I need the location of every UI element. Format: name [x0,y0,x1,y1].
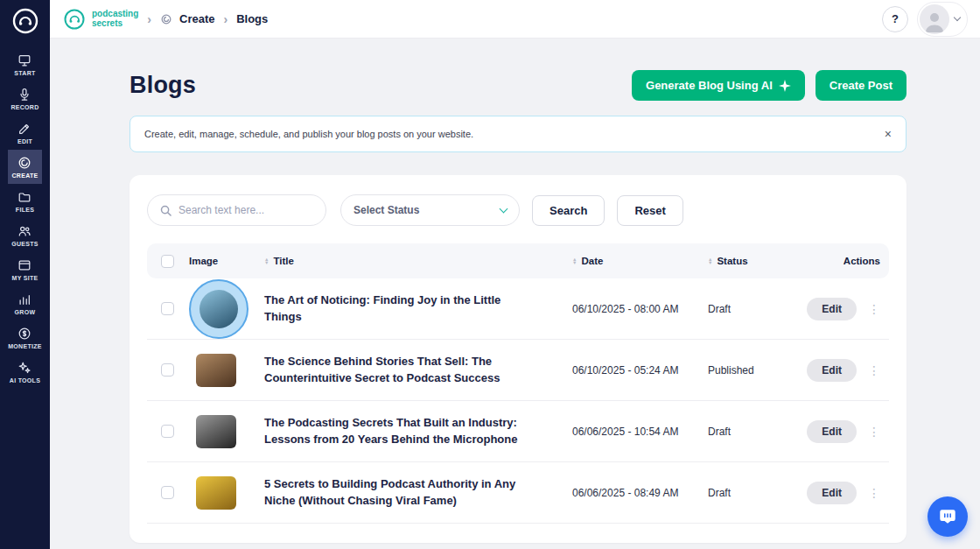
edit-button[interactable]: Edit [807,420,857,443]
row-checkbox[interactable] [161,486,174,499]
sidebar-item-edit[interactable]: EDIT [8,116,42,150]
guests-icon [18,224,32,238]
thumbnail-studio-yellow[interactable] [196,476,236,510]
app-window: START RECORD EDIT CREATE FILES GUESTS MY… [0,0,980,549]
sidebar-item-create[interactable]: CREATE [8,150,42,184]
brand-logo[interactable]: podcasting secrets [62,7,138,32]
breadcrumb-blogs[interactable]: Blogs [236,12,268,25]
sidebar-item-my-site[interactable]: MY SITE [8,252,42,286]
main-content: Blogs Generate Blog Using AI Create Post… [50,39,980,549]
column-date: ▲▼Date [569,256,704,266]
table-row: The Science Behind Stories That Sell: Th… [147,340,889,401]
monetize-icon [18,327,32,341]
generate-blog-ai-button[interactable]: Generate Blog Using AI [632,70,805,101]
thumbnail-microphone-dark[interactable] [196,415,236,448]
row-checkbox[interactable] [161,363,174,377]
kebab-menu-icon[interactable]: ⋮ [868,425,880,439]
sidebar-item-start[interactable]: START [8,47,42,81]
search-field[interactable] [147,194,326,226]
column-status: ▲▼Status [704,256,805,266]
reset-button[interactable]: Reset [617,195,682,226]
mic-icon [18,88,32,102]
sidebar-nav: START RECORD EDIT CREATE FILES GUESTS MY… [8,47,42,389]
blog-title: The Science Behind Stories That Sell: Th… [264,354,565,387]
search-icon [160,205,172,216]
breadcrumb-separator: › [147,12,151,26]
sidebar: START RECORD EDIT CREATE FILES GUESTS MY… [0,0,50,549]
breadcrumb-separator: › [223,12,228,26]
sidebar-item-monetize[interactable]: MONETIZE [8,320,42,355]
column-title: ▲▼Title [261,256,569,266]
chevron-down-icon [954,14,961,21]
blog-title: The Art of Noticing: Finding Joy in the … [264,292,565,326]
blog-title: 5 Secrets to Building Podcast Authority … [264,476,565,510]
chat-widget-button[interactable] [928,496,968,537]
select-all-checkbox[interactable] [161,255,174,268]
sort-icon[interactable]: ▲▼ [708,257,712,265]
sidebar-item-ai-tools[interactable]: AI TOOLS [8,355,42,389]
row-checkbox[interactable] [161,425,174,438]
blog-date: 06/06/2025 - 10:54 AM [572,426,678,438]
top-bar: podcasting secrets › Create › Blogs ? [50,0,980,39]
kebab-menu-icon[interactable]: ⋮ [868,363,880,377]
search-input[interactable] [178,204,313,216]
help-button[interactable]: ? [882,6,908,32]
edit-button[interactable]: Edit [807,298,857,320]
edit-button[interactable]: Edit [807,482,857,504]
column-actions: Actions [805,256,889,266]
sparkle-icon [779,80,791,92]
blog-status: Draft [708,487,731,499]
sidebar-item-record[interactable]: RECORD [8,81,42,116]
table-row: The Podcasting Secrets That Built an Ind… [147,401,889,462]
kebab-menu-icon[interactable]: ⋮ [868,302,880,316]
create-breadcrumb-icon [160,13,172,25]
sort-icon[interactable]: ▲▼ [572,257,577,265]
blog-status: Draft [708,426,731,438]
user-menu[interactable] [917,2,968,37]
sidebar-item-guests[interactable]: GUESTS [8,218,42,252]
blog-date: 06/06/2025 - 08:49 AM [572,487,678,499]
thumbnail-ocean-cliff[interactable] [200,290,238,328]
ai-tools-icon [18,361,32,375]
blogs-card: Select Status Search Reset Image ▲▼Title… [130,175,906,543]
blog-date: 06/10/2025 - 08:00 AM [572,303,678,315]
blogs-table: Image ▲▼Title ▲▼Date ▲▼Status Actions Th… [147,243,889,524]
blog-status: Draft [708,303,731,315]
sidebar-item-grow[interactable]: GROW [8,286,42,320]
kebab-menu-icon[interactable]: ⋮ [868,486,880,500]
info-banner: Create, edit, manage, schedule, and publ… [130,116,906,152]
blog-status: Published [708,364,754,377]
sort-icon[interactable]: ▲▼ [264,257,269,265]
blog-title: The Podcasting Secrets That Built an Ind… [264,415,565,448]
edit-icon [18,122,32,136]
create-icon [18,156,32,170]
brand-line1: podcasting [92,10,138,19]
edit-button[interactable]: Edit [807,359,857,382]
table-row: 5 Secrets to Building Podcast Authority … [147,462,889,524]
avatar [920,4,949,34]
brand-line2: secrets [92,19,138,29]
files-icon [18,190,32,204]
banner-close-icon[interactable]: × [885,128,892,140]
table-body: The Art of Noticing: Finding Joy in the … [147,278,889,524]
column-image: Image [186,256,261,266]
monitor-icon [18,53,32,67]
app-logo-icon[interactable] [10,5,41,40]
chevron-down-icon [500,205,508,214]
page-title: Blogs [130,72,196,99]
table-row: The Art of Noticing: Finding Joy in the … [147,278,889,340]
breadcrumb-create[interactable]: Create [179,12,214,25]
create-post-button[interactable]: Create Post [816,70,906,101]
sidebar-item-files[interactable]: FILES [8,184,42,218]
table-header-row: Image ▲▼Title ▲▼Date ▲▼Status Actions [147,243,889,278]
thumbnail-library-portrait[interactable] [196,354,236,387]
grow-icon [18,292,32,306]
site-icon [18,258,32,272]
status-select[interactable]: Select Status [340,194,520,226]
banner-text: Create, edit, manage, schedule, and publ… [144,129,473,139]
blog-date: 06/10/2025 - 05:24 AM [572,364,678,377]
search-button[interactable]: Search [532,195,605,226]
row-checkbox[interactable] [161,302,174,315]
